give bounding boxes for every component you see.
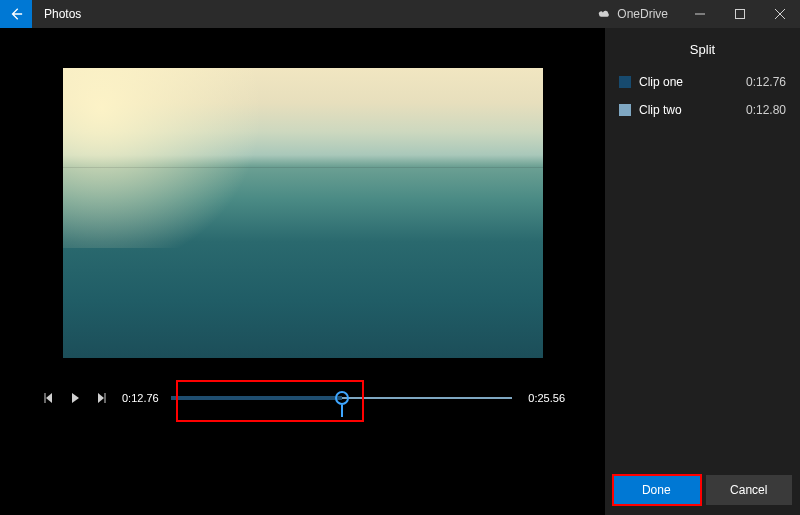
titlebar-left: Photos <box>0 0 81 28</box>
transport-controls: 0:12.76 0:25.56 <box>0 358 605 410</box>
frame-back-button[interactable] <box>40 389 58 407</box>
timeline-clip-two <box>342 397 513 399</box>
onedrive-status[interactable]: OneDrive <box>585 0 680 28</box>
clip-color-swatch <box>619 76 631 88</box>
timeline-clip-one <box>171 396 342 400</box>
window-controls <box>680 0 800 28</box>
svg-rect-0 <box>736 10 745 19</box>
clip-list: Clip one 0:12.76 Clip two 0:12.80 <box>605 75 800 117</box>
frame-forward-icon <box>96 393 106 403</box>
timeline[interactable] <box>171 386 513 410</box>
maximize-button[interactable] <box>720 0 760 28</box>
video-content-decoration <box>63 68 283 248</box>
playhead-handle-icon <box>335 391 349 405</box>
close-icon <box>775 9 785 19</box>
frame-forward-button[interactable] <box>92 389 110 407</box>
cloud-icon <box>597 9 611 19</box>
clip-name: Clip one <box>639 75 746 89</box>
clip-name: Clip two <box>639 103 746 117</box>
panel-footer: Done Cancel <box>605 467 800 515</box>
minimize-icon <box>695 9 705 19</box>
minimize-button[interactable] <box>680 0 720 28</box>
cancel-button[interactable]: Cancel <box>706 475 793 505</box>
playhead-stem-icon <box>341 405 343 417</box>
close-button[interactable] <box>760 0 800 28</box>
titlebar-spacer <box>81 0 585 28</box>
clip-row[interactable]: Clip two 0:12.80 <box>619 103 786 117</box>
video-content-decoration <box>63 167 543 168</box>
play-icon <box>70 393 80 403</box>
panel-title: Split <box>605 28 800 75</box>
titlebar: Photos OneDrive <box>0 0 800 28</box>
clip-time: 0:12.80 <box>746 103 786 117</box>
side-panel: Split Clip one 0:12.76 Clip two 0:12.80 … <box>605 28 800 515</box>
current-time: 0:12.76 <box>118 392 163 404</box>
clip-color-swatch <box>619 104 631 116</box>
back-arrow-icon <box>9 7 23 21</box>
clip-time: 0:12.76 <box>746 75 786 89</box>
split-playhead[interactable] <box>335 391 349 405</box>
total-time: 0:25.56 <box>520 392 565 404</box>
video-preview[interactable] <box>63 68 543 358</box>
maximize-icon <box>735 9 745 19</box>
clip-row[interactable]: Clip one 0:12.76 <box>619 75 786 89</box>
app-title: Photos <box>40 7 81 21</box>
back-button[interactable] <box>0 0 32 28</box>
preview-area: 0:12.76 0:25.56 <box>0 28 605 515</box>
onedrive-label: OneDrive <box>617 7 668 21</box>
play-button[interactable] <box>66 389 84 407</box>
done-button[interactable]: Done <box>613 475 700 505</box>
main: 0:12.76 0:25.56 Split Clip one 0:12.76 <box>0 28 800 515</box>
frame-back-icon <box>44 393 54 403</box>
